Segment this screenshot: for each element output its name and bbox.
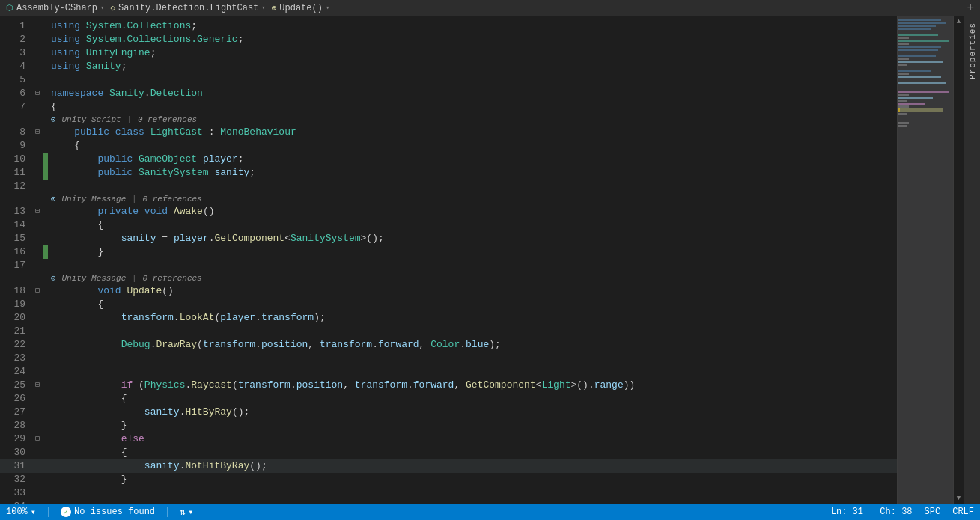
line-number: 9 xyxy=(0,139,31,153)
fold-indicator xyxy=(31,60,43,73)
fold-indicator xyxy=(31,259,43,272)
fold-indicator xyxy=(31,486,43,500)
top-bar: ⬡ Assembly-CSharp ▾ ◇ Sanity.Detection.L… xyxy=(0,0,980,16)
vcs-control[interactable]: ⇅ ▾ xyxy=(180,507,193,518)
line-number: 2 xyxy=(0,33,31,46)
line-number: 34 xyxy=(0,500,31,504)
line-number: 15 xyxy=(0,232,31,245)
fold-indicator[interactable]: ⊟ xyxy=(31,87,43,100)
line-content xyxy=(48,325,897,338)
line-content: public class LightCast : MonoBehaviour xyxy=(48,126,897,139)
line-content xyxy=(48,73,897,87)
minimap-viewport xyxy=(897,16,953,504)
line-number: 20 xyxy=(0,311,31,325)
zoom-value: 100% xyxy=(6,507,28,517)
code-line: 25 ⊟ if (Physics.Raycast(transform.posit… xyxy=(0,379,897,392)
line-number: 5 xyxy=(0,73,31,87)
vertical-scrollbar[interactable]: ▲ ▼ xyxy=(953,16,964,504)
code-lens[interactable]: ⊙ Unity Message | 0 references xyxy=(0,272,897,284)
code-line: 2 using System.Collections.Generic; xyxy=(0,33,897,46)
code-line: 7 { xyxy=(0,100,897,114)
line-number: 21 xyxy=(0,325,31,338)
code-lens[interactable]: ⊙ Unity Script | 0 references xyxy=(0,114,897,126)
scroll-down-arrow[interactable]: ▼ xyxy=(954,493,964,504)
scroll-up-arrow[interactable]: ▲ xyxy=(954,16,964,27)
line-number: 17 xyxy=(0,259,31,272)
fold-indicator xyxy=(31,473,43,486)
code-line: 19 { xyxy=(0,298,897,311)
line-number: 1 xyxy=(0,19,31,33)
code-line: 6 ⊟ namespace Sanity.Detection xyxy=(0,87,897,100)
add-tab-button[interactable]: + xyxy=(967,1,974,15)
issues-status[interactable]: ✓ No issues found xyxy=(61,507,155,517)
code-line: 23 xyxy=(0,352,897,365)
codelens-refs: 0 references xyxy=(138,114,197,126)
method-arrow: ▾ xyxy=(326,4,329,12)
fold-indicator xyxy=(31,392,43,406)
line-number: 33 xyxy=(0,486,31,500)
fold-indicator[interactable]: ⊟ xyxy=(31,205,43,218)
line-content: else xyxy=(48,432,897,446)
line-content: { xyxy=(48,218,897,232)
code-line: 1 using System.Collections; xyxy=(0,19,897,33)
code-line: 29 ⊟ else xyxy=(0,432,897,446)
fold-indicator xyxy=(31,419,43,432)
fold-indicator xyxy=(31,46,43,60)
main-area: 1 using System.Collections; 2 using Syst… xyxy=(0,16,980,504)
fold-indicator[interactable]: ⊟ xyxy=(31,126,43,139)
fold-indicator xyxy=(31,325,43,338)
fold-indicator[interactable]: ⊟ xyxy=(31,432,43,446)
fold-indicator xyxy=(31,459,43,473)
line-content: if (Physics.Raycast(transform.position, … xyxy=(48,379,897,392)
line-content: sanity.HitByRay(); xyxy=(48,406,897,419)
line-content xyxy=(48,486,897,500)
line-content: { xyxy=(48,298,897,311)
no-issues-label: No issues found xyxy=(74,507,155,517)
fold-indicator xyxy=(31,153,43,166)
zoom-control[interactable]: 100% ▾ xyxy=(6,507,36,518)
class-arrow: ▾ xyxy=(261,4,265,12)
line-content xyxy=(48,259,897,272)
line-content: void Update() xyxy=(48,284,897,298)
line-content xyxy=(48,500,897,504)
code-line: 27 sanity.HitByRay(); xyxy=(0,406,897,419)
line-content: private void Awake() xyxy=(48,205,897,218)
code-lines[interactable]: 1 using System.Collections; 2 using Syst… xyxy=(0,16,897,504)
line-number: 24 xyxy=(0,365,31,379)
spc-indicator[interactable]: SPC xyxy=(925,507,941,517)
code-line: 18 ⊟ void Update() xyxy=(0,284,897,298)
crlf-indicator[interactable]: CRLF xyxy=(952,507,974,517)
code-lens[interactable]: ⊙ Unity Message | 0 references xyxy=(0,193,897,205)
class-dropdown[interactable]: ◇ Sanity.Detection.LightCast ▾ xyxy=(110,3,265,13)
line-number: 6 xyxy=(0,87,31,100)
code-line: 11 public SanitySystem sanity; xyxy=(0,166,897,180)
codelens-icon: ⊙ xyxy=(51,114,56,126)
code-line: 32 } xyxy=(0,473,897,486)
code-line: 30 { xyxy=(0,446,897,459)
fold-indicator xyxy=(31,33,43,46)
code-line: 9 { xyxy=(0,139,897,153)
properties-panel[interactable]: Properties xyxy=(964,16,980,504)
line-content: using System.Collections; xyxy=(48,19,897,33)
line-content: sanity.NotHitByRay(); xyxy=(48,459,897,473)
assembly-dropdown[interactable]: ⬡ Assembly-CSharp ▾ xyxy=(6,3,104,13)
line-number: 4 xyxy=(0,60,31,73)
code-line: 24 xyxy=(0,365,897,379)
line-content: using UnityEngine; xyxy=(48,46,897,60)
method-dropdown[interactable]: ⊕ Update() ▾ xyxy=(272,3,330,13)
fold-indicator[interactable]: ⊟ xyxy=(31,284,43,298)
codelens-text3: Unity Message xyxy=(61,272,126,284)
codelens-icon3: ⊙ xyxy=(51,272,56,284)
method-icon: ⊕ xyxy=(272,3,277,13)
codelens-icon2: ⊙ xyxy=(51,193,56,205)
minimap[interactable] xyxy=(897,16,953,504)
ch-label: Ch: 38 xyxy=(880,507,912,517)
fold-indicator[interactable]: ⊟ xyxy=(31,379,43,392)
class-label: Sanity.Detection.LightCast xyxy=(118,3,258,13)
line-number: 29 xyxy=(0,432,31,446)
fold-indicator xyxy=(31,338,43,352)
line-content: { xyxy=(48,392,897,406)
line-content: } xyxy=(48,245,897,259)
code-line: 21 xyxy=(0,325,897,338)
line-content: { xyxy=(48,446,897,459)
